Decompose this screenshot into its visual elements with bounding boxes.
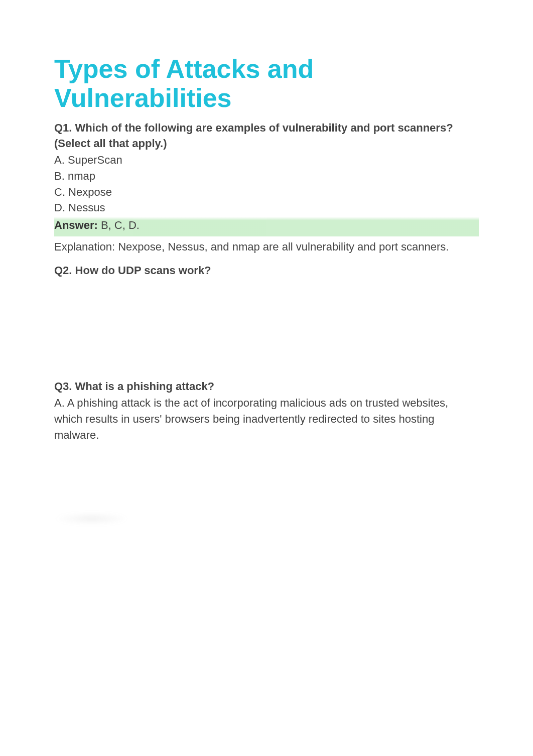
q1-option-b: B. nmap (54, 169, 479, 184)
q1-answer-label: Answer: (54, 219, 98, 231)
q1-option-c: C. Nexpose (54, 185, 479, 200)
q1-option-a: A. SuperScan (54, 153, 479, 168)
q3-option-a: A. A phishing attack is the act of incor… (54, 395, 479, 443)
q2-prompt: Q2. How do UDP scans work? (54, 263, 479, 279)
q1-option-d: D. Nessus (54, 200, 479, 216)
blurred-content-placeholder (54, 513, 129, 525)
q1-answer-value: B, C, D. (98, 219, 140, 231)
page-title: Types of Attacks and Vulnerabilities (54, 54, 479, 112)
q3-prompt: Q3. What is a phishing attack? (54, 379, 479, 395)
q1-explanation: Explanation: Nexpose, Nessus, and nmap a… (54, 239, 479, 255)
q1-prompt: Q1. Which of the following are examples … (54, 120, 479, 152)
q1-answer-block: Answer: B, C, D. (54, 217, 479, 236)
